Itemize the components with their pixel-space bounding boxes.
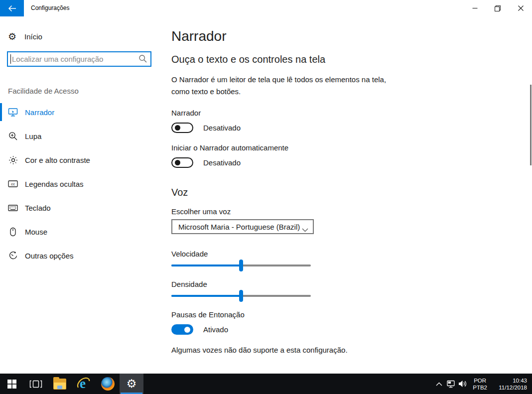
narrator-toggle-row: Desativado (171, 122, 480, 133)
minimize-button[interactable] (463, 0, 486, 16)
voice-select-label: Escolher uma voz (171, 207, 480, 216)
intonation-toggle[interactable] (171, 324, 193, 335)
closed-captions-icon: cc (8, 180, 18, 188)
keyboard-icon (8, 204, 18, 212)
tray-network[interactable] (445, 374, 457, 394)
start-button[interactable] (0, 374, 24, 394)
narrator-toggle[interactable] (171, 123, 193, 133)
sidebar-item-outras-opcoes[interactable]: Outras opções (0, 245, 164, 266)
pitch-slider-label: Densidade (171, 280, 480, 288)
intonation-toggle-label: Pausas de Entonação (171, 310, 480, 319)
language-code: POR (473, 377, 487, 384)
sidebar-item-home[interactable]: ⚙ Início (8, 29, 164, 44)
sidebar-item-teclado[interactable]: Teclado (0, 197, 164, 219)
window-controls (463, 0, 532, 16)
narrator-toggle-state: Desativado (203, 124, 241, 132)
tray-date: 11/12/2018 (494, 384, 527, 391)
search-box (7, 51, 151, 67)
tray-clock[interactable]: 10:43 11/12/2018 (494, 377, 527, 391)
page-title: Narrador (171, 28, 480, 44)
sidebar-item-narrador[interactable]: Narrador (0, 101, 164, 123)
slider-thumb[interactable] (239, 290, 243, 302)
titlebar: Configurações (0, 0, 532, 16)
windows-logo-icon (7, 380, 16, 389)
autostart-toggle-row: Desativado (171, 156, 480, 168)
voice-support-note: Algumas vozes não dão suporte a esta con… (171, 346, 480, 354)
network-icon (446, 380, 456, 388)
contrast-icon (8, 155, 18, 165)
search-icon[interactable] (138, 54, 147, 65)
svg-text:cc: cc (11, 182, 15, 186)
text-caret (10, 54, 11, 64)
file-explorer-button[interactable] (48, 374, 72, 394)
sidebar-item-label: Narrador (25, 108, 54, 117)
toggle-knob (175, 125, 180, 131)
restore-icon (495, 5, 501, 11)
sidebar-item-label: Legendas ocultas (25, 180, 84, 188)
sidebar-item-legendas-ocultas[interactable]: cc Legendas ocultas (0, 173, 164, 195)
sidebar: ⚙ Início Facilidade de Acesso (0, 16, 164, 374)
settings-taskbar-button[interactable]: ⚙ (120, 374, 143, 394)
minimize-icon (472, 5, 478, 11)
chevron-up-icon (436, 382, 442, 386)
folder-icon (53, 379, 66, 390)
close-icon (518, 5, 524, 11)
settings-window: Configurações ⚙ Início (0, 0, 532, 374)
main-content: Narrador Ouça o texto e os controles na … (171, 16, 480, 354)
toggle-knob (175, 160, 180, 165)
autostart-toggle-state: Desativado (203, 158, 241, 167)
other-options-icon (8, 251, 18, 261)
hear-section-heading: Ouça o texto e os controles na tela (171, 54, 480, 65)
pitch-slider[interactable] (171, 290, 311, 302)
volume-icon (458, 380, 468, 388)
taskbar: e ⚙ POR PTB2 (0, 374, 532, 394)
sidebar-home-label: Início (24, 32, 42, 41)
slider-fill (171, 264, 241, 266)
internet-explorer-button[interactable]: e (72, 374, 96, 394)
voice-section-heading: Voz (171, 187, 480, 198)
sidebar-item-label: Outras opções (25, 252, 74, 260)
restore-button[interactable] (486, 0, 509, 16)
gear-icon: ⚙ (8, 32, 16, 41)
intonation-toggle-state: Ativado (203, 325, 228, 334)
firefox-icon (101, 377, 115, 391)
sidebar-item-label: Teclado (25, 204, 51, 212)
sidebar-item-mouse[interactable]: Mouse (0, 221, 164, 243)
speed-slider[interactable] (171, 260, 311, 271)
chevron-down-icon (302, 225, 308, 234)
sidebar-item-label: Mouse (25, 228, 47, 236)
speed-slider-label: Velocidade (171, 250, 480, 258)
slider-fill (171, 295, 241, 297)
app-title: Configurações (31, 0, 69, 16)
toggle-knob (184, 327, 190, 333)
mouse-icon (8, 227, 18, 237)
intonation-toggle-row: Ativado (171, 323, 480, 335)
back-button[interactable] (0, 0, 24, 16)
tray-chevron-up[interactable] (433, 374, 445, 394)
autostart-toggle[interactable] (171, 157, 193, 168)
narrator-toggle-label: Narrador (171, 109, 480, 117)
autostart-toggle-label: Iniciar o Narrador automaticamente (171, 143, 480, 152)
sidebar-nav-list: Narrador Lupa (0, 101, 164, 266)
voice-select[interactable]: Microsoft Maria - Portuguese (Brazil) (171, 219, 314, 234)
ie-icon: e (77, 377, 91, 391)
narrator-icon (8, 108, 18, 117)
task-view-button[interactable] (24, 374, 48, 394)
sidebar-item-label: Cor e alto contraste (25, 156, 90, 164)
search-input[interactable] (7, 51, 151, 67)
close-button[interactable] (509, 0, 532, 16)
slider-thumb[interactable] (239, 260, 243, 271)
system-tray: POR PTB2 10:43 11/12/2018 (433, 374, 532, 394)
vertical-scrollbar[interactable] (530, 85, 532, 165)
tray-language[interactable]: POR PTB2 (473, 377, 487, 391)
narrator-description: O Narrador é um leitor de tela que lê to… (171, 74, 404, 98)
task-view-icon (29, 380, 42, 389)
sidebar-item-cor-e-alto-contraste[interactable]: Cor e alto contraste (0, 149, 164, 171)
firefox-button[interactable] (96, 374, 120, 394)
tray-time: 10:43 (494, 377, 527, 384)
tray-volume[interactable] (457, 374, 469, 394)
back-arrow-icon (8, 5, 16, 12)
voice-select-value: Microsoft Maria - Portuguese (Brazil) (178, 223, 300, 231)
sidebar-item-lupa[interactable]: Lupa (0, 125, 164, 147)
keyboard-layout: PTB2 (473, 384, 487, 391)
